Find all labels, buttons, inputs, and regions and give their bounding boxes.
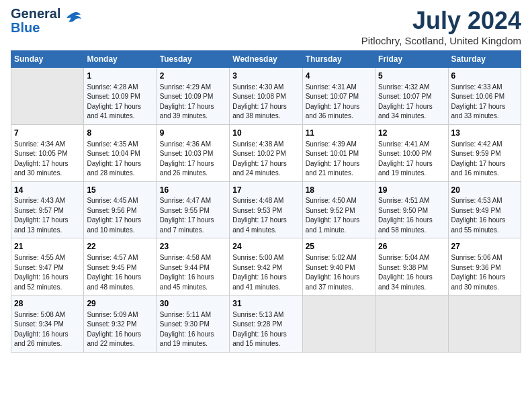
calendar-cell: 2Sunrise: 4:29 AM Sunset: 10:09 PM Dayli…	[157, 68, 229, 125]
calendar-cell: 27Sunrise: 5:06 AM Sunset: 9:36 PM Dayli…	[448, 238, 521, 295]
col-header-thursday: Thursday	[302, 51, 375, 68]
week-row-1: 1Sunrise: 4:28 AM Sunset: 10:09 PM Dayli…	[11, 68, 521, 125]
subtitle: Pitlochry, Scotland, United Kingdom	[361, 35, 521, 46]
day-content: Sunrise: 4:53 AM Sunset: 9:49 PM Dayligh…	[451, 196, 518, 235]
day-content: Sunrise: 5:11 AM Sunset: 9:30 PM Dayligh…	[160, 310, 226, 349]
calendar-cell: 29Sunrise: 5:09 AM Sunset: 9:32 PM Dayli…	[84, 295, 157, 353]
day-content: Sunrise: 4:30 AM Sunset: 10:08 PM Daylig…	[232, 83, 299, 122]
col-header-saturday: Saturday	[448, 51, 521, 68]
day-number: 20	[451, 185, 518, 196]
day-number: 16	[160, 185, 226, 196]
day-content: Sunrise: 4:43 AM Sunset: 9:57 PM Dayligh…	[14, 196, 81, 235]
day-number: 13	[451, 128, 518, 139]
calendar-cell: 17Sunrise: 4:48 AM Sunset: 9:53 PM Dayli…	[230, 181, 302, 238]
calendar-cell: 20Sunrise: 4:53 AM Sunset: 9:49 PM Dayli…	[448, 181, 521, 238]
day-number: 6	[451, 71, 518, 82]
day-number: 26	[378, 241, 445, 253]
day-content: Sunrise: 4:28 AM Sunset: 10:09 PM Daylig…	[87, 83, 153, 122]
day-number: 21	[14, 241, 81, 253]
table-body: 1Sunrise: 4:28 AM Sunset: 10:09 PM Dayli…	[11, 68, 521, 353]
calendar-cell: 10Sunrise: 4:38 AM Sunset: 10:02 PM Dayl…	[230, 124, 302, 181]
day-number: 7	[14, 128, 81, 139]
day-number: 14	[14, 185, 81, 196]
day-content: Sunrise: 5:08 AM Sunset: 9:34 PM Dayligh…	[14, 310, 81, 349]
calendar-cell: 8Sunrise: 4:35 AM Sunset: 10:04 PM Dayli…	[84, 124, 157, 181]
calendar-cell: 23Sunrise: 4:58 AM Sunset: 9:44 PM Dayli…	[157, 238, 229, 295]
day-content: Sunrise: 4:42 AM Sunset: 9:59 PM Dayligh…	[451, 140, 518, 179]
day-number: 23	[160, 241, 226, 253]
calendar-cell: 1Sunrise: 4:28 AM Sunset: 10:09 PM Dayli…	[84, 68, 157, 125]
day-content: Sunrise: 4:57 AM Sunset: 9:45 PM Dayligh…	[87, 253, 153, 292]
day-number: 28	[14, 298, 81, 310]
calendar-cell: 31Sunrise: 5:13 AM Sunset: 9:28 PM Dayli…	[230, 295, 302, 353]
logo-general: General	[11, 7, 60, 21]
day-number: 4	[306, 71, 372, 82]
calendar-cell	[448, 295, 521, 353]
day-number: 5	[378, 71, 445, 82]
day-number: 1	[87, 71, 153, 82]
week-row-4: 21Sunrise: 4:55 AM Sunset: 9:47 PM Dayli…	[11, 238, 521, 295]
day-number: 10	[232, 128, 299, 139]
day-content: Sunrise: 4:34 AM Sunset: 10:05 PM Daylig…	[14, 140, 81, 179]
logo-blue: Blue	[11, 21, 60, 35]
col-header-friday: Friday	[375, 51, 448, 68]
day-number: 2	[160, 71, 226, 82]
calendar-cell: 4Sunrise: 4:31 AM Sunset: 10:07 PM Dayli…	[302, 68, 375, 125]
day-content: Sunrise: 4:51 AM Sunset: 9:50 PM Dayligh…	[378, 196, 445, 235]
header: General Blue July 2024 Pitlochry, Scotla…	[11, 7, 521, 46]
calendar-cell: 21Sunrise: 4:55 AM Sunset: 9:47 PM Dayli…	[11, 238, 84, 295]
title-block: July 2024 Pitlochry, Scotland, United Ki…	[361, 7, 521, 46]
day-content: Sunrise: 4:38 AM Sunset: 10:02 PM Daylig…	[232, 140, 299, 179]
day-content: Sunrise: 4:35 AM Sunset: 10:04 PM Daylig…	[87, 140, 153, 179]
day-number: 25	[306, 241, 372, 253]
day-content: Sunrise: 4:36 AM Sunset: 10:03 PM Daylig…	[160, 140, 226, 179]
calendar-cell: 24Sunrise: 5:00 AM Sunset: 9:42 PM Dayli…	[230, 238, 302, 295]
day-number: 18	[306, 185, 372, 196]
calendar-table: SundayMondayTuesdayWednesdayThursdayFrid…	[11, 50, 521, 353]
calendar-cell: 3Sunrise: 4:30 AM Sunset: 10:08 PM Dayli…	[230, 68, 302, 125]
calendar-cell: 7Sunrise: 4:34 AM Sunset: 10:05 PM Dayli…	[11, 124, 84, 181]
day-number: 15	[87, 185, 153, 196]
day-content: Sunrise: 5:00 AM Sunset: 9:42 PM Dayligh…	[232, 253, 299, 292]
calendar-cell: 18Sunrise: 4:50 AM Sunset: 9:52 PM Dayli…	[302, 181, 375, 238]
day-content: Sunrise: 4:32 AM Sunset: 10:07 PM Daylig…	[378, 83, 445, 122]
day-number: 8	[87, 128, 153, 139]
col-header-monday: Monday	[84, 51, 157, 68]
col-header-sunday: Sunday	[11, 51, 84, 68]
calendar-cell: 5Sunrise: 4:32 AM Sunset: 10:07 PM Dayli…	[375, 68, 448, 125]
calendar-cell: 16Sunrise: 4:47 AM Sunset: 9:55 PM Dayli…	[157, 181, 229, 238]
week-row-5: 28Sunrise: 5:08 AM Sunset: 9:34 PM Dayli…	[11, 295, 521, 353]
calendar-cell: 26Sunrise: 5:04 AM Sunset: 9:38 PM Dayli…	[375, 238, 448, 295]
day-number: 19	[378, 185, 445, 196]
day-content: Sunrise: 5:04 AM Sunset: 9:38 PM Dayligh…	[378, 253, 445, 292]
day-number: 22	[87, 241, 153, 253]
calendar-cell: 25Sunrise: 5:02 AM Sunset: 9:40 PM Dayli…	[302, 238, 375, 295]
day-content: Sunrise: 5:06 AM Sunset: 9:36 PM Dayligh…	[451, 253, 518, 292]
day-content: Sunrise: 4:55 AM Sunset: 9:47 PM Dayligh…	[14, 253, 81, 292]
page: General Blue July 2024 Pitlochry, Scotla…	[0, 0, 532, 359]
day-number: 17	[232, 185, 299, 196]
day-number: 29	[87, 298, 153, 310]
col-header-wednesday: Wednesday	[230, 51, 302, 68]
week-row-3: 14Sunrise: 4:43 AM Sunset: 9:57 PM Dayli…	[11, 181, 521, 238]
day-content: Sunrise: 5:13 AM Sunset: 9:28 PM Dayligh…	[232, 310, 299, 349]
calendar-cell: 6Sunrise: 4:33 AM Sunset: 10:06 PM Dayli…	[448, 68, 521, 125]
week-row-2: 7Sunrise: 4:34 AM Sunset: 10:05 PM Dayli…	[11, 124, 521, 181]
table-header: SundayMondayTuesdayWednesdayThursdayFrid…	[11, 51, 521, 68]
day-content: Sunrise: 5:02 AM Sunset: 9:40 PM Dayligh…	[306, 253, 372, 292]
calendar-cell: 14Sunrise: 4:43 AM Sunset: 9:57 PM Dayli…	[11, 181, 84, 238]
day-content: Sunrise: 4:48 AM Sunset: 9:53 PM Dayligh…	[232, 196, 299, 235]
calendar-cell	[11, 68, 84, 125]
calendar-cell	[375, 295, 448, 353]
calendar-cell: 28Sunrise: 5:08 AM Sunset: 9:34 PM Dayli…	[11, 295, 84, 353]
logo: General Blue	[11, 7, 83, 35]
day-number: 31	[232, 298, 299, 310]
day-number: 12	[378, 128, 445, 139]
calendar-cell: 15Sunrise: 4:45 AM Sunset: 9:56 PM Dayli…	[84, 181, 157, 238]
day-number: 9	[160, 128, 226, 139]
calendar-cell: 11Sunrise: 4:39 AM Sunset: 10:01 PM Dayl…	[302, 124, 375, 181]
day-content: Sunrise: 4:31 AM Sunset: 10:07 PM Daylig…	[306, 83, 372, 122]
day-number: 3	[232, 71, 299, 82]
calendar-cell: 9Sunrise: 4:36 AM Sunset: 10:03 PM Dayli…	[157, 124, 229, 181]
day-content: Sunrise: 4:45 AM Sunset: 9:56 PM Dayligh…	[87, 196, 153, 235]
